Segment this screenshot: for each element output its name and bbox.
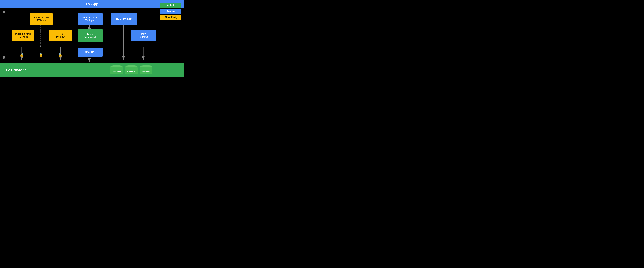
tv-provider-bar: TV Provider Recordings Programs Channels xyxy=(0,64,184,76)
channels-cylinder: Channels xyxy=(140,65,152,74)
hdmi-tv-input-box: HDMI TV Input xyxy=(111,13,137,25)
place-shifting-box: Place-shiftingTV Input xyxy=(12,30,34,42)
svg-marker-6 xyxy=(40,46,41,48)
legend-android: Android xyxy=(160,3,181,8)
programs-cylinder: Programs xyxy=(125,65,138,74)
tv-app-title: TV App xyxy=(86,2,98,6)
legend: Android Device Third Party xyxy=(160,3,181,20)
legend-device: Device xyxy=(160,9,181,14)
tv-provider-title: TV Provider xyxy=(0,68,26,72)
lock-icon-1: 🔒 xyxy=(20,52,24,57)
iptv-left-box: IPTVTV Input xyxy=(49,30,72,42)
built-in-tuner-box: Built-in-TunerTV Input xyxy=(78,13,102,25)
tuner-framework-box: TunerFramework xyxy=(78,29,102,42)
legend-third-party: Third Party xyxy=(160,15,181,20)
lock-icon-2: 🔒 xyxy=(39,52,43,57)
tv-app-bar: TV App xyxy=(0,0,184,8)
tuner-hal-box: Tuner HAL xyxy=(78,48,102,57)
recordings-cylinder: Recordings xyxy=(110,65,123,74)
iptv-right-box: IPTVTV Input xyxy=(131,30,156,42)
lock-icon-3: 🔒 xyxy=(58,52,62,57)
external-stb-box: External STBTV Input xyxy=(30,13,52,25)
